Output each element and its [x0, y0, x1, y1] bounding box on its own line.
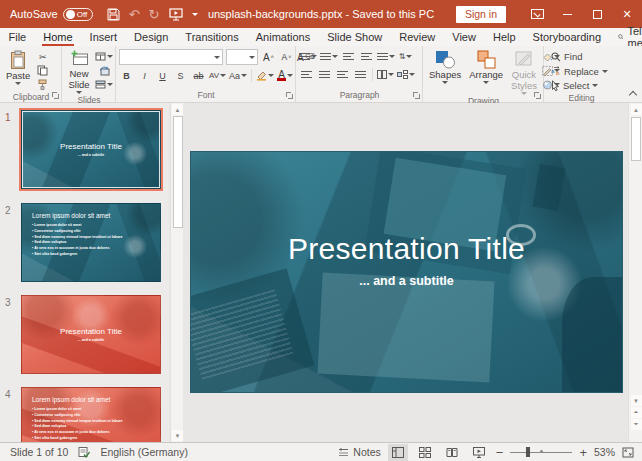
scroll-down-icon[interactable]: ▼: [172, 430, 183, 441]
align-left-button[interactable]: [299, 68, 314, 81]
minimize-button[interactable]: [552, 0, 582, 28]
tab-storyboarding[interactable]: Storyboarding: [524, 28, 610, 46]
slide-layout-button[interactable]: [95, 50, 113, 63]
slide-sorter-view-button[interactable]: [415, 444, 435, 461]
clipboard-dialog-launcher-icon[interactable]: [52, 92, 60, 100]
increase-indent-button[interactable]: [359, 50, 374, 63]
fit-slide-to-window-icon[interactable]: [622, 447, 634, 458]
next-slide-icon[interactable]: ⏷: [631, 419, 642, 430]
language-indicator[interactable]: English (Germany): [100, 446, 188, 458]
drawing-dialog-launcher-icon[interactable]: [534, 92, 542, 100]
align-right-button[interactable]: [335, 68, 350, 81]
strikethrough-button[interactable]: ab: [191, 69, 206, 82]
shrink-font-button[interactable]: A˅: [279, 51, 294, 64]
font-dialog-launcher-icon[interactable]: [286, 92, 294, 100]
character-spacing-button[interactable]: AV: [209, 69, 226, 82]
tab-design[interactable]: Design: [126, 28, 177, 46]
thumbnail-scrollbar-thumb[interactable]: [173, 116, 183, 228]
reset-slide-button[interactable]: [95, 64, 113, 77]
undo-icon[interactable]: ↶: [129, 8, 140, 21]
autosave-switch-icon[interactable]: Off: [63, 8, 93, 21]
redo-icon[interactable]: ↻: [149, 8, 160, 21]
slide-canvas[interactable]: Presentation Title ... and a subtitle: [184, 103, 627, 442]
start-slideshow-icon[interactable]: [169, 8, 183, 21]
cut-button[interactable]: ✂: [35, 50, 50, 63]
font-color-button[interactable]: A: [277, 69, 293, 82]
collapse-ribbon-icon[interactable]: [629, 91, 637, 99]
save-icon[interactable]: [107, 8, 120, 21]
paste-button[interactable]: Paste: [3, 48, 33, 85]
shapes-button[interactable]: Shapes: [426, 48, 464, 84]
tab-review[interactable]: Review: [391, 28, 444, 46]
slide-thumbnail-3[interactable]: Presentation Title ... and a subtitle: [21, 295, 161, 374]
scroll-up-icon[interactable]: ▲: [172, 104, 183, 115]
paste-dropdown-icon[interactable]: [15, 82, 21, 85]
tab-slide-show[interactable]: Slide Show: [319, 28, 391, 46]
zoom-slider-thumb[interactable]: [526, 447, 530, 457]
line-spacing-button[interactable]: [377, 50, 395, 63]
new-slide-button[interactable]: New Slide: [65, 48, 93, 94]
reading-view-button[interactable]: [442, 444, 462, 461]
vertical-scrollbar[interactable]: ▲ ▼ ⏶ ⏷: [628, 103, 642, 442]
arrange-button[interactable]: Arrange: [466, 48, 506, 84]
italic-button[interactable]: I: [137, 69, 152, 82]
slide-title[interactable]: Presentation Title: [288, 232, 525, 266]
customize-qat-icon[interactable]: [192, 13, 198, 16]
text-shadow-button[interactable]: S: [173, 69, 188, 82]
tab-home[interactable]: Home: [35, 28, 81, 46]
replace-button[interactable]: ab Replace: [551, 65, 608, 78]
thumbnail-scrollbar[interactable]: ▲ ▼: [170, 103, 183, 442]
copy-button[interactable]: [35, 64, 50, 77]
zoom-out-icon[interactable]: −: [496, 445, 504, 460]
current-slide[interactable]: Presentation Title ... and a subtitle: [190, 151, 623, 393]
change-case-button[interactable]: Aa: [229, 69, 247, 82]
smartart-button[interactable]: [397, 68, 415, 81]
highlight-color-button[interactable]: [256, 69, 274, 82]
tab-insert[interactable]: Insert: [81, 28, 126, 46]
tab-transitions[interactable]: Transitions: [177, 28, 247, 46]
notes-button[interactable]: Notes: [338, 446, 380, 458]
grow-font-button[interactable]: A˄: [261, 51, 276, 64]
quick-styles-button[interactable]: Quick Styles: [508, 48, 540, 95]
font-name-combo[interactable]: [119, 49, 223, 65]
numbering-button[interactable]: [320, 50, 338, 63]
maximize-button[interactable]: [582, 0, 612, 28]
tab-file[interactable]: File: [0, 28, 35, 46]
normal-view-button[interactable]: [388, 444, 408, 461]
paragraph-dialog-launcher-icon[interactable]: [413, 92, 421, 100]
bold-button[interactable]: B: [119, 69, 134, 82]
slide-thumbnail-4[interactable]: Lorem ipsum dolor sit amet Lorem ipsum d…: [21, 387, 161, 442]
tell-me-box[interactable]: Tell me: [610, 28, 642, 46]
autosave-toggle[interactable]: AutoSave Off: [10, 8, 93, 21]
scroll-up-icon[interactable]: ▲: [631, 104, 642, 115]
find-button[interactable]: Find: [551, 50, 582, 63]
justify-button[interactable]: [353, 68, 368, 81]
decrease-indent-button[interactable]: [341, 50, 356, 63]
scrollbar-thumb[interactable]: [631, 117, 641, 161]
tab-view[interactable]: View: [444, 28, 485, 46]
spell-check-icon[interactable]: [78, 446, 90, 458]
slide-show-view-button[interactable]: [469, 444, 489, 461]
slide-thumbnail-1[interactable]: Presentation Title ... and a subtitle: [21, 110, 161, 189]
tab-animations[interactable]: Animations: [247, 28, 318, 46]
format-painter-button[interactable]: [35, 78, 50, 91]
section-button[interactable]: [95, 78, 113, 91]
font-size-combo[interactable]: [226, 49, 258, 65]
columns-button[interactable]: [377, 68, 394, 81]
slide-subtitle[interactable]: ... and a subtitle: [359, 274, 453, 288]
text-direction-button[interactable]: ⇅: [398, 50, 413, 63]
tab-help[interactable]: Help: [484, 28, 524, 46]
close-button[interactable]: ✕: [612, 0, 642, 28]
zoom-slider[interactable]: [510, 452, 572, 453]
zoom-level[interactable]: 53%: [594, 446, 615, 458]
underline-button[interactable]: U: [155, 69, 170, 82]
select-button[interactable]: Select: [551, 79, 598, 92]
slide-thumbnail-2[interactable]: Lorem ipsum dolor sit amet Lorem ipsum d…: [21, 203, 161, 282]
ribbon-display-options-icon[interactable]: [522, 0, 552, 28]
sign-in-button[interactable]: Sign in: [456, 6, 506, 23]
previous-slide-icon[interactable]: ⏶: [631, 407, 642, 418]
slide-indicator[interactable]: Slide 1 of 10: [10, 446, 68, 458]
align-center-button[interactable]: [317, 68, 332, 81]
scroll-down-icon[interactable]: ▼: [631, 395, 642, 406]
bullets-button[interactable]: [299, 50, 317, 63]
